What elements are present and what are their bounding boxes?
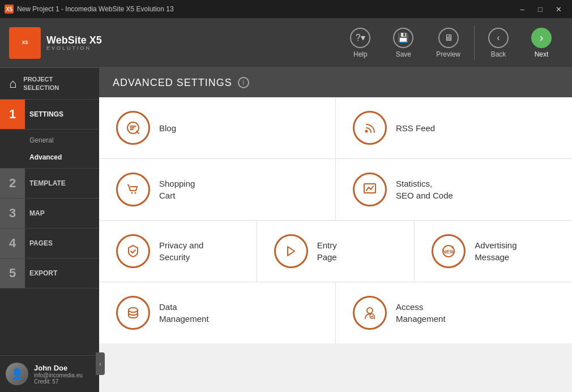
svg-point-2 bbox=[365, 130, 368, 133]
grid-row-0: Blog RSS Feed bbox=[99, 97, 572, 159]
minimize-button[interactable]: – bbox=[513, 3, 531, 15]
next-button[interactable]: › Next bbox=[520, 22, 563, 64]
help-icon: ?▾ bbox=[350, 28, 370, 48]
title-bar: X5 New Project 1 - Incomedia WebSite X5 … bbox=[0, 0, 572, 18]
logo-name: WebSite X5 bbox=[46, 35, 102, 45]
save-icon: 💾 bbox=[393, 28, 413, 48]
sidebar-label-template: TEMPLATE bbox=[25, 179, 66, 187]
access-icon bbox=[353, 296, 387, 330]
grid-item-advertising[interactable]: NEW AdvertisingMessage bbox=[415, 221, 572, 282]
grid-item-cart[interactable]: ShoppingCart bbox=[99, 159, 336, 220]
advertising-label: AdvertisingMessage bbox=[475, 239, 516, 263]
sidebar-subitems-settings: General Advanced bbox=[0, 130, 99, 169]
sidebar-section-settings: 1 SETTINGS General Advanced bbox=[0, 100, 99, 169]
data-label: DataManagement bbox=[159, 301, 209, 325]
sidebar: ⌂ PROJECT SELECTION 1 SETTINGS General A… bbox=[0, 68, 99, 392]
grid-row-1: ShoppingCart Statistics,SEO and Code bbox=[99, 159, 572, 221]
sidebar-label-export: EXPORT bbox=[25, 269, 57, 277]
user-name: John Doe bbox=[34, 364, 93, 372]
sidebar-section-pages: 4 PAGES bbox=[0, 229, 99, 259]
sidebar-template-header[interactable]: 2 TEMPLATE bbox=[0, 169, 99, 199]
preview-button[interactable]: 🖥 Preview bbox=[425, 22, 472, 64]
toolbar-actions: ?▾ Help 💾 Save 🖥 Preview ‹ Back › Next bbox=[339, 22, 563, 64]
sidebar-settings-header[interactable]: 1 SETTINGS bbox=[0, 100, 99, 130]
next-icon: › bbox=[531, 28, 552, 48]
privacy-label: Privacy andSecurity bbox=[159, 239, 203, 263]
sidebar-user: 👤 John Doe info@incomedia.eu Credit: 57 bbox=[0, 355, 99, 392]
grid-row-2: Privacy andSecurity EntryPage NEW bbox=[99, 221, 572, 282]
sidebar-number-1: 1 bbox=[0, 100, 25, 129]
grid-row-3: DataManagement AccessManagement bbox=[99, 282, 572, 343]
advertising-icon: NEW bbox=[432, 234, 466, 268]
sidebar-subitem-advanced[interactable]: Advanced bbox=[0, 149, 99, 166]
sidebar-collapse-button[interactable]: ‹ bbox=[96, 352, 105, 375]
save-button[interactable]: 💾 Save bbox=[382, 22, 425, 64]
logo-sub: EVOLUTION bbox=[46, 45, 102, 51]
content-header: ADVANCED SETTINGS i bbox=[99, 68, 572, 97]
rss-label: RSS Feed bbox=[396, 122, 435, 134]
sidebar-item-home[interactable]: ⌂ PROJECT SELECTION bbox=[0, 68, 99, 100]
data-icon bbox=[116, 296, 150, 330]
maximize-button[interactable]: □ bbox=[531, 3, 549, 15]
content-body: Blog RSS Feed bbox=[99, 97, 572, 392]
entry-label: EntryPage bbox=[317, 239, 337, 263]
blog-icon bbox=[116, 111, 150, 145]
stats-icon bbox=[353, 173, 387, 206]
sidebar-section-template: 2 TEMPLATE bbox=[0, 169, 99, 199]
sidebar-label-settings: SETTINGS bbox=[25, 110, 63, 118]
privacy-icon bbox=[116, 234, 150, 268]
window-title: New Project 1 - Incomedia WebSite X5 Evo… bbox=[17, 5, 174, 13]
sidebar-export-header[interactable]: 5 EXPORT bbox=[0, 259, 99, 288]
back-button[interactable]: ‹ Back bbox=[477, 22, 520, 64]
rss-icon bbox=[353, 111, 387, 145]
svg-point-8 bbox=[129, 308, 138, 312]
help-button[interactable]: ?▾ Help bbox=[339, 22, 382, 64]
stats-label: Statistics,SEO and Code bbox=[396, 178, 453, 201]
home-icon: ⌂ bbox=[9, 76, 16, 91]
entry-icon bbox=[274, 234, 308, 268]
page-title: ADVANCED SETTINGS bbox=[113, 77, 232, 89]
svg-point-9 bbox=[367, 308, 373, 313]
sidebar-subitem-general[interactable]: General bbox=[0, 132, 99, 149]
sidebar-section-export: 5 EXPORT bbox=[0, 259, 99, 288]
access-label: AccessManagement bbox=[396, 301, 446, 325]
avatar: 👤 bbox=[6, 363, 28, 385]
cart-icon bbox=[116, 173, 150, 206]
user-credit: Credit: 57 bbox=[34, 378, 93, 385]
preview-icon: 🖥 bbox=[438, 28, 459, 48]
sidebar-number-3: 3 bbox=[0, 199, 25, 228]
user-email: info@incomedia.eu bbox=[34, 372, 93, 378]
svg-text:NEW: NEW bbox=[443, 249, 455, 255]
sidebar-label-map: MAP bbox=[25, 209, 45, 217]
grid-item-blog[interactable]: Blog bbox=[99, 97, 336, 158]
window-controls: – □ ✕ bbox=[513, 3, 567, 15]
svg-point-4 bbox=[135, 192, 136, 194]
info-icon[interactable]: i bbox=[238, 77, 249, 88]
grid-item-rss[interactable]: RSS Feed bbox=[336, 97, 572, 158]
main-container: ⌂ PROJECT SELECTION 1 SETTINGS General A… bbox=[0, 68, 572, 392]
app-icon: X5 bbox=[5, 5, 14, 14]
grid-item-access[interactable]: AccessManagement bbox=[336, 282, 572, 343]
logo: X5 WebSite X5 EVOLUTION bbox=[9, 27, 102, 59]
grid-item-stats[interactable]: Statistics,SEO and Code bbox=[336, 159, 572, 220]
logo-box: X5 bbox=[9, 27, 41, 59]
content-area: ADVANCED SETTINGS i Blog bbox=[99, 68, 572, 392]
back-icon: ‹ bbox=[488, 28, 509, 48]
blog-label: Blog bbox=[159, 122, 176, 134]
sidebar-pages-header[interactable]: 4 PAGES bbox=[0, 229, 99, 259]
grid-item-privacy[interactable]: Privacy andSecurity bbox=[99, 221, 257, 282]
toolbar-divider bbox=[474, 26, 475, 60]
sidebar-number-2: 2 bbox=[0, 169, 25, 198]
svg-point-3 bbox=[131, 192, 133, 194]
sidebar-number-5: 5 bbox=[0, 259, 25, 288]
sidebar-number-4: 4 bbox=[0, 229, 25, 258]
toolbar: X5 WebSite X5 EVOLUTION ?▾ Help 💾 Save 🖥… bbox=[0, 18, 572, 68]
grid-item-entry[interactable]: EntryPage bbox=[257, 221, 415, 282]
sidebar-map-header[interactable]: 3 MAP bbox=[0, 199, 99, 229]
sidebar-label-pages: PAGES bbox=[25, 239, 53, 247]
grid-item-data[interactable]: DataManagement bbox=[99, 282, 336, 343]
close-button[interactable]: ✕ bbox=[549, 3, 567, 15]
sidebar-section-map: 3 MAP bbox=[0, 199, 99, 229]
cart-label: ShoppingCart bbox=[159, 178, 195, 201]
